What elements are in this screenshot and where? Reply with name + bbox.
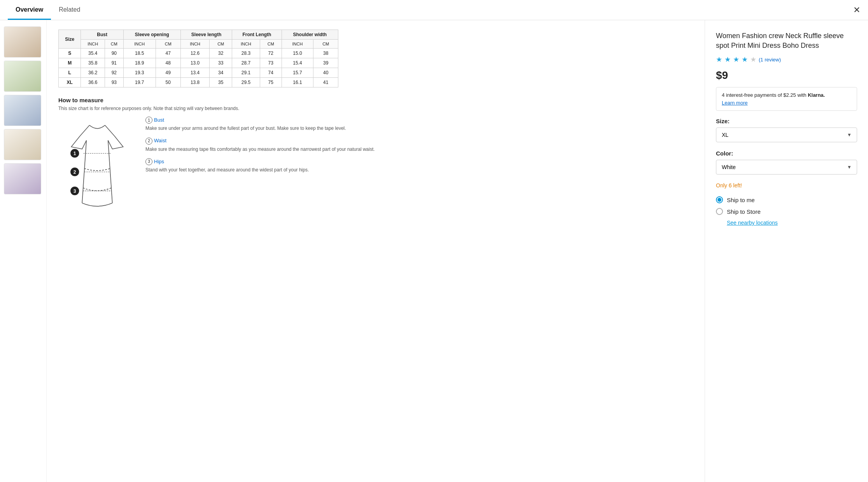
measurement-cell: 13.8 xyxy=(180,78,209,87)
size-cell: XL xyxy=(59,78,81,87)
measurement-cell: 29.5 xyxy=(232,78,260,87)
measure-steps: 1BustMake sure under your arms around th… xyxy=(145,117,693,179)
measurement-cell: 92 xyxy=(105,68,123,78)
ship-to-me-radio[interactable] xyxy=(716,196,723,203)
measurement-cell: 28.7 xyxy=(232,58,260,68)
size-col-header: Size xyxy=(59,30,81,49)
thumbnail-image-3 xyxy=(4,95,41,126)
measurement-cell: 12.6 xyxy=(180,49,209,58)
tab-related[interactable]: Related xyxy=(51,1,88,20)
table-row: XL36.69319.75013.83529.57516.141 xyxy=(59,78,338,87)
star-5: ★ xyxy=(750,55,756,64)
measurement-cell: 91 xyxy=(105,58,123,68)
stars-container: ★ ★ ★ ★ ★ (1 review) xyxy=(716,55,857,64)
size-cell: M xyxy=(59,58,81,68)
stock-warning: Only 6 left! xyxy=(716,182,857,189)
measurement-cell: 35 xyxy=(210,78,232,87)
measure-step-2: 2WaistMake sure the measuring tape fits … xyxy=(145,137,693,152)
size-chart-table: Size Bust Sleeve opening Sleeve length F… xyxy=(58,30,338,87)
measure-step-3: 3HipsStand with your feet together, and … xyxy=(145,158,693,173)
measurement-cell: 73 xyxy=(260,58,282,68)
tabs-bar: Overview Related ✕ xyxy=(0,0,868,20)
close-button[interactable]: ✕ xyxy=(853,5,860,15)
step-link-3[interactable]: Hips xyxy=(154,159,164,164)
measurement-cell: 72 xyxy=(260,49,282,58)
size-cell: S xyxy=(59,49,81,58)
sleeve-opening-header: Sleeve opening xyxy=(123,30,180,40)
see-nearby-link[interactable]: See nearby locations xyxy=(727,220,857,226)
ship-to-store-option[interactable]: Ship to Store xyxy=(716,208,857,215)
review-link[interactable]: (1 review) xyxy=(759,57,781,63)
measurement-cell: 13.0 xyxy=(180,58,209,68)
thumbnail-5[interactable] xyxy=(4,163,41,194)
measurement-cell: 75 xyxy=(260,78,282,87)
measurement-cell: 48 xyxy=(156,58,180,68)
ship-to-store-radio[interactable] xyxy=(716,208,723,215)
sleeve-open-inch: INCH xyxy=(123,40,156,49)
measurement-cell: 36.2 xyxy=(81,68,105,78)
ship-to-me-option[interactable]: Ship to me xyxy=(716,196,857,203)
dress-svg: 1 2 3 xyxy=(58,117,136,229)
thumbnail-2[interactable] xyxy=(4,61,41,92)
front-len-cm: CM xyxy=(260,40,282,49)
shoulder-cm: CM xyxy=(313,40,338,49)
color-select-wrapper: White Black Blue ▼ xyxy=(716,160,857,175)
shoulder-width-header: Shoulder width xyxy=(282,30,338,40)
thumbnail-image-4 xyxy=(4,129,41,160)
color-label: Color: xyxy=(716,150,857,157)
thumbnail-1[interactable] xyxy=(4,26,41,58)
measurement-cell: 38 xyxy=(313,49,338,58)
step-num-2: 2 xyxy=(145,138,152,145)
size-label: Size: xyxy=(716,118,857,124)
svg-text:3: 3 xyxy=(74,189,76,194)
size-select-wrapper: S M L XL ▼ xyxy=(716,127,857,142)
shoulder-inch: INCH xyxy=(282,40,313,49)
tab-overview[interactable]: Overview xyxy=(8,1,51,20)
step-link-1[interactable]: Bust xyxy=(154,117,164,123)
klarna-box: 4 interest-free payments of $2.25 with K… xyxy=(716,87,857,111)
star-1: ★ xyxy=(716,55,722,64)
ship-to-me-label: Ship to me xyxy=(727,197,755,203)
measurement-cell: 15.4 xyxy=(282,58,313,68)
step-link-2[interactable]: Waist xyxy=(154,138,166,143)
measurement-cell: 39 xyxy=(313,58,338,68)
measurement-cell: 47 xyxy=(156,49,180,58)
measurement-cell: 13.4 xyxy=(180,68,209,78)
dress-diagram: 1 2 3 xyxy=(58,117,136,230)
how-to-measure-description: This size chart is for reference purpose… xyxy=(58,106,693,111)
table-row: L36.29219.34913.43429.17415.740 xyxy=(59,68,338,78)
bust-inch: INCH xyxy=(81,40,105,49)
measure-content: 1 2 3 1BustMake sure u xyxy=(58,117,693,230)
star-2: ★ xyxy=(724,55,731,64)
bust-cm: CM xyxy=(105,40,123,49)
klarna-text: 4 interest-free payments of $2.25 with xyxy=(722,92,807,98)
klarna-brand: Klarna. xyxy=(808,92,825,98)
measurement-cell: 93 xyxy=(105,78,123,87)
measurement-cell: 32 xyxy=(210,49,232,58)
measurement-cell: 15.7 xyxy=(282,68,313,78)
product-price: $9 xyxy=(716,69,857,82)
svg-text:2: 2 xyxy=(74,169,76,175)
measurement-cell: 28.3 xyxy=(232,49,260,58)
thumbnail-image-1 xyxy=(4,27,41,57)
sleeve-open-cm: CM xyxy=(156,40,180,49)
bust-header: Bust xyxy=(81,30,123,40)
step-num-3: 3 xyxy=(145,158,152,165)
sleeve-len-inch: INCH xyxy=(180,40,209,49)
table-row: S35.49018.54712.63228.37215.038 xyxy=(59,49,338,58)
main-layout: Size Bust Sleeve opening Sleeve length F… xyxy=(0,20,868,482)
size-select[interactable]: S M L XL xyxy=(716,127,857,142)
product-panel: Women Fashion crew Neck Ruffle sleeve sp… xyxy=(705,20,868,482)
measurement-cell: 36.6 xyxy=(81,78,105,87)
klarna-learn-more[interactable]: Learn more xyxy=(722,100,747,106)
color-select[interactable]: White Black Blue xyxy=(716,160,857,175)
measurement-cell: 33 xyxy=(210,58,232,68)
table-row: M35.89118.94813.03328.77315.439 xyxy=(59,58,338,68)
thumbnail-4[interactable] xyxy=(4,129,41,160)
measurement-cell: 29.1 xyxy=(232,68,260,78)
sleeve-len-cm: CM xyxy=(210,40,232,49)
svg-text:1: 1 xyxy=(74,151,76,156)
thumbnail-3[interactable] xyxy=(4,95,41,126)
measure-step-1: 1BustMake sure under your arms around th… xyxy=(145,117,693,132)
thumbnail-sidebar xyxy=(0,20,47,482)
